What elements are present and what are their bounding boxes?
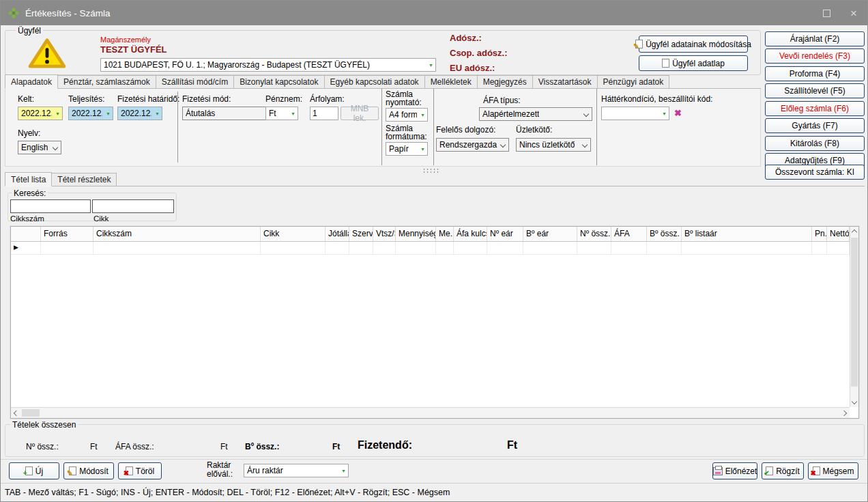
column-header-3[interactable]: Cikk	[261, 227, 326, 242]
main-tab-6[interactable]: Megjegyzés	[477, 75, 533, 88]
grid-cell[interactable]	[523, 242, 577, 255]
grid-cell[interactable]	[326, 242, 349, 255]
column-header-8[interactable]: Me.	[436, 227, 454, 242]
teljesites-date-picker[interactable]: 2022.12.08.▼	[68, 107, 113, 120]
action-button-f3[interactable]: Vevői rendelés (F3)	[765, 48, 865, 64]
search-cikk-input[interactable]	[92, 199, 174, 213]
grid-cell[interactable]	[373, 242, 396, 255]
grid-cell[interactable]	[454, 242, 487, 255]
action-button-f4[interactable]: Proforma (F4)	[765, 66, 865, 81]
grid-cell[interactable]	[349, 242, 373, 255]
action-button-f2[interactable]: Árajánlat (F2)	[765, 31, 865, 46]
action-button-f6[interactable]: Előleg számla (F6)	[765, 101, 865, 116]
warehouse-select[interactable]: Áru raktár▼	[244, 464, 349, 477]
arfolyam-input[interactable]	[310, 107, 338, 120]
mnb-rate-button[interactable]: MNB lek.	[341, 107, 379, 120]
scroll-left-icon[interactable]	[12, 408, 20, 418]
grid-cell[interactable]	[261, 242, 326, 255]
close-button[interactable]: ×	[840, 1, 867, 25]
uzletkoto-select[interactable]: Nincs üzletkötő	[516, 138, 591, 152]
column-header-12[interactable]: Nº össz.	[577, 227, 611, 242]
invoice-window: Értékesítés - Számla × Ügyfél Magánszemé…	[0, 0, 868, 502]
grid-cell[interactable]: ▶	[11, 242, 41, 255]
column-header-13[interactable]: ÁFA	[611, 227, 647, 242]
row-selector-header[interactable]	[11, 227, 41, 242]
column-header-11[interactable]: Bº eár	[523, 227, 577, 242]
tab-tetel-lista[interactable]: Tétel lista	[5, 172, 52, 186]
maximize-button[interactable]	[813, 1, 840, 25]
customer-group-label: Ügyfél	[16, 26, 43, 36]
kelt-label: Kelt:	[18, 94, 34, 104]
grid-cell[interactable]	[93, 242, 261, 255]
main-tab-2[interactable]: Szállítási mód/cím	[156, 75, 234, 88]
grid-cell[interactable]	[812, 242, 827, 255]
splitter-handle[interactable]	[422, 168, 440, 173]
grid-cell[interactable]	[647, 242, 682, 255]
vertical-scrollbar[interactable]	[850, 227, 858, 407]
customer-type-label: Magánszemély	[100, 36, 151, 44]
vertical-scroll-thumb[interactable]	[851, 238, 858, 387]
cancel-x-icon: ✖	[813, 466, 820, 475]
tax-number-label: Adósz.:	[450, 33, 482, 43]
grid-cell[interactable]	[41, 242, 93, 255]
column-header-15[interactable]: Bº listaár	[682, 227, 812, 242]
delete-item-button[interactable]: ✖ Töröl	[118, 462, 162, 479]
main-tab-0[interactable]: Alapadatok	[5, 74, 58, 89]
action-button-f7[interactable]: Gyártás (F7)	[765, 118, 865, 133]
column-header-5[interactable]: Szerv	[349, 227, 373, 242]
tab-tetel-reszletek[interactable]: Tétel részletek	[51, 173, 117, 186]
kelt-date-picker[interactable]: 2022.12.08.▼	[18, 107, 63, 120]
szamla-formatum-label: Számla formátuma:	[386, 124, 428, 141]
hatterkondicio-select[interactable]: ▼	[601, 107, 669, 120]
column-header-2[interactable]: Cikkszám	[93, 227, 261, 242]
column-header-17[interactable]: Nettó	[827, 227, 850, 242]
column-header-14[interactable]: Bº össz.	[647, 227, 682, 242]
horizontal-scroll-thumb[interactable]	[22, 409, 40, 417]
modify-item-button[interactable]: ✎ Módosít	[63, 462, 114, 479]
fizetesi-hatarido-date-picker[interactable]: 2022.12.11.▼	[117, 107, 162, 120]
clear-field-icon[interactable]: ✖	[674, 109, 682, 117]
dropdown-arrow-icon: ▼	[420, 113, 425, 117]
szamla-nyomtato-select[interactable]: A4 formá▼	[386, 108, 428, 122]
main-tab-5[interactable]: Mellékletek	[424, 75, 478, 88]
column-header-1[interactable]: Forrás	[41, 227, 93, 242]
horizontal-scrollbar[interactable]	[11, 407, 850, 418]
column-header-6[interactable]: Vtsz/S	[373, 227, 396, 242]
felelos-dolgozo-select[interactable]: Rendszergazda Gé	[436, 138, 509, 152]
cancel-button[interactable]: ✖ Mégsem	[808, 462, 858, 479]
search-cikkszam-input[interactable]	[10, 199, 91, 213]
action-button-f5[interactable]: Szállítólevél (F5)	[765, 83, 865, 98]
action-button-f8[interactable]: Kitárolás (F8)	[765, 136, 865, 151]
main-tab-4[interactable]: Egyéb kapcsolati adatok	[324, 75, 425, 88]
customer-modify-button[interactable]: ✎ Ügyfél adatainak módosítása	[639, 36, 748, 53]
grid-cell[interactable]	[436, 242, 454, 255]
szamla-formatum-select[interactable]: Papír▼	[386, 142, 428, 156]
afa-tipus-select[interactable]: Alapértelmezett	[479, 107, 592, 121]
save-button[interactable]: ✔ Rögzít	[762, 462, 804, 479]
grid-cell[interactable]	[611, 242, 647, 255]
nyelv-select[interactable]: English	[18, 141, 61, 154]
column-header-9[interactable]: Áfa kulcs	[454, 227, 487, 242]
scroll-right-icon[interactable]	[840, 408, 848, 418]
grid-cell[interactable]	[827, 242, 850, 255]
main-tab-1[interactable]: Pénztár, számlaszámok	[57, 75, 156, 88]
penznem-select[interactable]: Ft▼	[265, 107, 298, 120]
main-tab-7[interactable]: Visszatartások	[532, 75, 598, 88]
grid-cell[interactable]	[577, 242, 611, 255]
column-header-4[interactable]: Jótállás	[326, 227, 349, 242]
new-item-button[interactable]: + Új	[9, 462, 59, 479]
column-header-16[interactable]: Pn.	[812, 227, 827, 242]
grid-cell[interactable]	[487, 242, 523, 255]
scroll-up-icon[interactable]	[850, 228, 858, 236]
grid-cell[interactable]	[396, 242, 436, 255]
customer-datasheet-button[interactable]: Ügyfél adatlap	[639, 55, 748, 71]
column-header-10[interactable]: Nº eár	[487, 227, 523, 242]
customer-address-combobox[interactable]: 1021 BUDAPEST, FŐ U. 1.; Magyarország - …	[100, 58, 436, 72]
main-tab-8[interactable]: Pénzügyi adatok	[597, 75, 670, 88]
grid-current-row[interactable]: ▶	[11, 242, 850, 255]
main-tab-3[interactable]: Bizonylat kapcsolatok	[233, 75, 324, 88]
grid-cell[interactable]	[682, 242, 812, 255]
preview-button[interactable]: Előnézet	[712, 462, 757, 479]
scroll-down-icon[interactable]	[850, 398, 858, 406]
column-header-7[interactable]: Mennyiség	[396, 227, 436, 242]
